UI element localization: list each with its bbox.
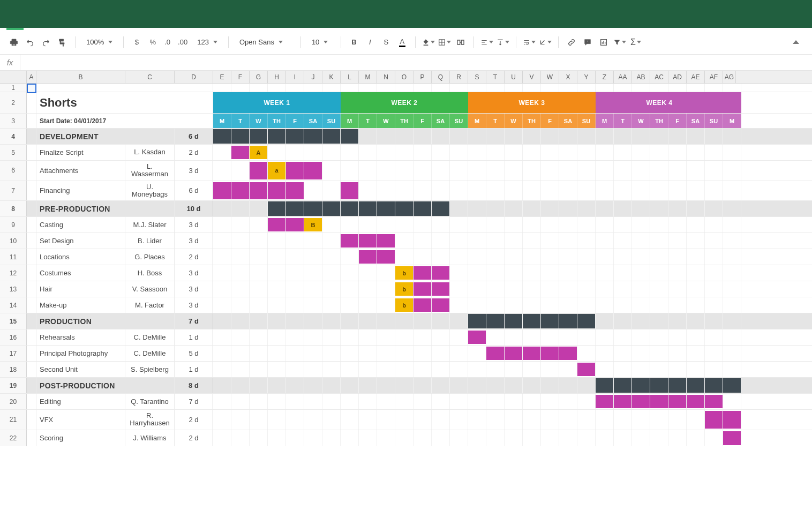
row-number[interactable]: 1 [0, 84, 27, 92]
day-header[interactable]: M [468, 114, 486, 128]
column-header[interactable]: W [541, 71, 559, 83]
font-size-dropdown[interactable]: 10 [307, 35, 334, 49]
day-header[interactable]: M [213, 114, 231, 128]
section-name[interactable]: PRE-PRODUCTION [36, 201, 175, 216]
task-duration[interactable]: 7 d [175, 394, 213, 409]
task-name[interactable]: Finalize Script [36, 145, 125, 160]
increase-decimal-button[interactable]: .00 [176, 36, 190, 49]
row-number[interactable]: 21 [0, 410, 27, 430]
text-color-button[interactable]: A [396, 36, 409, 49]
project-title[interactable]: Shorts [36, 92, 213, 113]
task-duration[interactable]: 3 d [175, 265, 213, 281]
day-header[interactable]: SA [304, 114, 322, 128]
task-owner[interactable]: C. DeMille [125, 346, 175, 361]
task-duration[interactable]: 2 d [175, 249, 213, 265]
task-owner[interactable]: G. Places [125, 249, 175, 265]
task-name[interactable]: Set Design [36, 233, 125, 249]
column-header[interactable]: X [559, 71, 577, 83]
column-header[interactable]: K [322, 71, 341, 83]
day-header[interactable]: SU [705, 114, 723, 128]
column-header[interactable]: Q [432, 71, 450, 83]
day-header[interactable]: T [359, 114, 377, 128]
week-header[interactable]: WEEK 4 [596, 92, 723, 113]
day-header[interactable]: W [250, 114, 268, 128]
task-name[interactable]: Make-up [36, 297, 125, 313]
day-header[interactable]: TH [395, 114, 413, 128]
undo-icon[interactable] [24, 36, 36, 49]
task-duration[interactable]: 10 d [175, 201, 213, 216]
column-header[interactable]: Z [596, 71, 614, 83]
format-currency-button[interactable]: $ [130, 36, 143, 49]
cell[interactable] [27, 92, 36, 113]
paint-format-icon[interactable] [56, 36, 69, 49]
functions-icon[interactable]: Σ [629, 36, 642, 49]
sheet-grid[interactable]: 12ShortsWEEK 1WEEK 2WEEK 3WEEK 43Start D… [0, 84, 812, 446]
task-name[interactable]: Second Unit [36, 362, 125, 377]
redo-icon[interactable] [40, 36, 52, 49]
more-formats-dropdown[interactable]: 123 [193, 35, 222, 49]
column-header[interactable]: D [175, 71, 213, 83]
select-all-corner[interactable] [0, 71, 27, 83]
row-number[interactable]: 3 [0, 114, 27, 128]
row-number[interactable]: 18 [0, 362, 27, 377]
v-align-button[interactable] [497, 36, 509, 49]
task-duration[interactable]: 2 d [175, 410, 213, 430]
column-header[interactable]: C [125, 71, 175, 83]
day-header[interactable]: W [505, 114, 523, 128]
row-number[interactable]: 10 [0, 233, 27, 249]
cell[interactable] [27, 114, 36, 128]
task-owner[interactable]: Q. Tarantino [125, 394, 175, 409]
column-header[interactable]: V [523, 71, 541, 83]
task-duration[interactable]: 1 d [175, 362, 213, 377]
cell[interactable] [27, 329, 36, 345]
task-name[interactable]: Costumes [36, 265, 125, 281]
column-header[interactable]: AC [650, 71, 668, 83]
task-duration[interactable]: 6 d [175, 181, 213, 201]
column-header[interactable]: B [36, 71, 125, 83]
cell[interactable] [27, 394, 36, 409]
row-number[interactable]: 15 [0, 313, 27, 329]
insert-chart-icon[interactable] [597, 36, 610, 49]
task-duration[interactable]: 3 d [175, 161, 213, 181]
print-icon[interactable] [7, 36, 20, 49]
column-header[interactable]: T [486, 71, 505, 83]
task-name[interactable]: Casting [36, 217, 125, 232]
column-header[interactable]: AD [668, 71, 687, 83]
cell[interactable] [27, 181, 36, 201]
section-name[interactable]: POST-PRODUCTION [36, 378, 175, 393]
cell[interactable] [27, 410, 36, 430]
cell[interactable] [27, 233, 36, 249]
task-duration[interactable]: 2 d [175, 430, 213, 446]
cell[interactable] [27, 161, 36, 181]
column-header[interactable]: AF [705, 71, 723, 83]
column-header[interactable]: H [268, 71, 286, 83]
task-duration[interactable]: 3 d [175, 233, 213, 249]
row-number[interactable]: 6 [0, 161, 27, 181]
insert-comment-icon[interactable] [581, 36, 594, 49]
column-header[interactable]: I [286, 71, 304, 83]
task-name[interactable]: Principal Photography [36, 346, 125, 361]
column-header[interactable]: L [341, 71, 359, 83]
day-header[interactable]: SA [687, 114, 705, 128]
column-header[interactable]: R [450, 71, 468, 83]
column-header[interactable]: U [505, 71, 523, 83]
cell[interactable] [27, 249, 36, 265]
zoom-dropdown[interactable]: 100% [82, 35, 117, 49]
task-duration[interactable]: 5 d [175, 346, 213, 361]
task-duration[interactable]: 3 d [175, 281, 213, 297]
task-owner[interactable]: B. Lider [125, 233, 175, 249]
column-header[interactable]: P [413, 71, 432, 83]
row-number[interactable]: 7 [0, 181, 27, 201]
task-owner[interactable]: C. DeMille [125, 329, 175, 345]
cell[interactable] [27, 430, 36, 446]
task-name[interactable]: Scoring [36, 430, 125, 446]
row-number[interactable]: 9 [0, 217, 27, 232]
column-header[interactable]: N [377, 71, 395, 83]
section-name[interactable]: DEVELOPMENT [36, 129, 175, 144]
task-duration[interactable]: 3 d [175, 217, 213, 232]
italic-button[interactable]: I [364, 36, 377, 49]
day-header[interactable]: TH [650, 114, 668, 128]
cell[interactable] [27, 281, 36, 297]
cell[interactable] [27, 378, 36, 393]
task-duration[interactable]: 3 d [175, 297, 213, 313]
